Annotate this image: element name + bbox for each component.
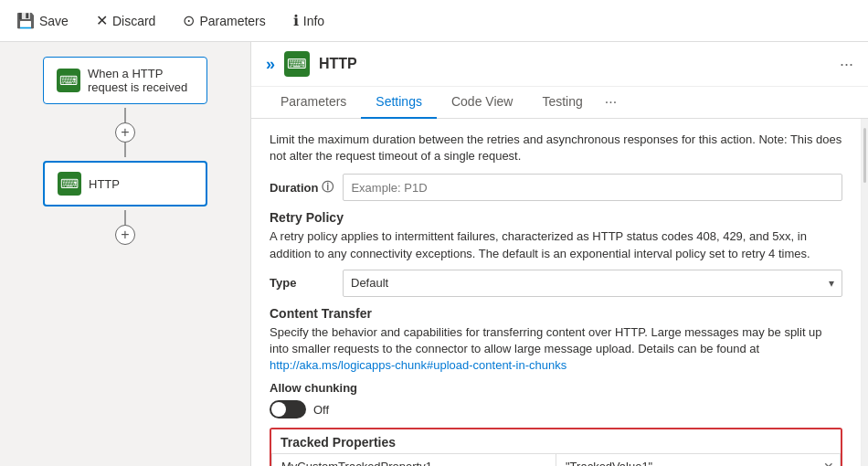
tracked-properties-section: Tracked Properties ✕ (270, 428, 842, 466)
chunking-toggle[interactable] (270, 400, 306, 418)
tracked-properties-table: ✕ Key Value (271, 453, 841, 466)
scrollbar[interactable] (861, 119, 868, 466)
duration-input[interactable] (343, 174, 842, 201)
retry-type-select[interactable]: Default ▾ (343, 270, 842, 297)
content-transfer-title: Content Transfer (270, 306, 842, 321)
tab-testing[interactable]: Testing (527, 87, 597, 119)
tracked-key-cell (272, 454, 556, 466)
info-button[interactable]: ℹ Info (288, 8, 330, 33)
connector-1: + (115, 108, 135, 157)
chunk-link[interactable]: http://aka.ms/logicapps-chunk#upload-con… (270, 358, 566, 372)
http-node-label: HTTP (89, 177, 120, 191)
table-row: ✕ (272, 454, 841, 466)
tracked-value-input[interactable] (566, 460, 812, 466)
allow-chunking-label: Allow chunking (270, 381, 842, 395)
toggle-knob (271, 402, 286, 417)
tab-settings[interactable]: Settings (361, 87, 437, 119)
retry-policy-title: Retry Policy (270, 210, 842, 225)
panel-header-title: HTTP (319, 56, 831, 72)
retry-type-value: Default (351, 276, 388, 290)
add-step-2[interactable]: + (115, 225, 135, 245)
right-panel: » ⌨ HTTP ··· Parameters Settings Code Vi… (251, 42, 868, 466)
retry-type-row: Type Default ▾ (270, 270, 842, 297)
left-panel: ⌨ When a HTTP request is received + ⌨ HT… (0, 42, 251, 466)
tracked-key-input[interactable] (281, 460, 546, 466)
trigger-node-icon: ⌨ (57, 69, 80, 92)
panel-header: » ⌨ HTTP ··· (251, 42, 868, 87)
discard-icon: ✕ (96, 12, 108, 29)
connector-2: + (115, 210, 135, 245)
retry-type-label: Type (270, 276, 333, 290)
tab-more-button[interactable]: ··· (598, 87, 624, 118)
main-layout: ⌨ When a HTTP request is received + ⌨ HT… (0, 42, 868, 466)
toggle-state-label: Off (313, 403, 329, 417)
http-node-icon: ⌨ (58, 172, 81, 196)
duration-info-icon[interactable]: ⓘ (322, 179, 333, 196)
tracked-value-cell: ✕ (556, 454, 841, 466)
save-icon: 💾 (16, 12, 35, 29)
duration-row: Duration ⓘ (270, 174, 842, 201)
save-button[interactable]: 💾 Save (11, 8, 74, 33)
discard-button[interactable]: ✕ Discard (90, 8, 161, 33)
expand-button[interactable]: » (266, 55, 275, 74)
content-transfer-description: Specify the behavior and capabilities fo… (270, 324, 842, 375)
tab-parameters[interactable]: Parameters (266, 87, 361, 119)
scroll-thumb (863, 128, 866, 183)
add-step-1[interactable]: + (115, 122, 135, 143)
chevron-down-icon: ▾ (829, 277, 834, 290)
trigger-node-label: When a HTTP request is received (88, 67, 194, 94)
duration-description: Limit the maximum duration between the r… (270, 132, 842, 164)
panel-options-button[interactable]: ··· (840, 55, 853, 74)
retry-policy-description: A retry policy applies to intermittent f… (270, 228, 842, 261)
parameters-icon: ⊙ (183, 12, 195, 29)
parameters-button[interactable]: ⊙ Parameters (177, 8, 270, 33)
parameters-label: Parameters (199, 14, 265, 28)
panel-header-icon: ⌨ (284, 51, 310, 77)
chunking-toggle-row: Off (270, 400, 842, 418)
delete-tracked-button[interactable]: ✕ (823, 460, 834, 466)
discard-label: Discard (112, 14, 155, 28)
settings-content: Limit the maximum duration between the r… (251, 119, 861, 466)
tracked-properties-title: Tracked Properties (271, 429, 841, 453)
http-node[interactable]: ⌨ HTTP (43, 161, 207, 207)
info-icon: ℹ (293, 12, 299, 29)
info-label: Info (303, 14, 324, 28)
tab-code-view[interactable]: Code View (437, 87, 527, 119)
trigger-node[interactable]: ⌨ When a HTTP request is received (43, 57, 207, 104)
duration-label: Duration ⓘ (270, 179, 333, 196)
tab-bar: Parameters Settings Code View Testing ··… (251, 87, 868, 119)
toolbar: 💾 Save ✕ Discard ⊙ Parameters ℹ Info (0, 0, 868, 42)
save-label: Save (39, 14, 69, 28)
